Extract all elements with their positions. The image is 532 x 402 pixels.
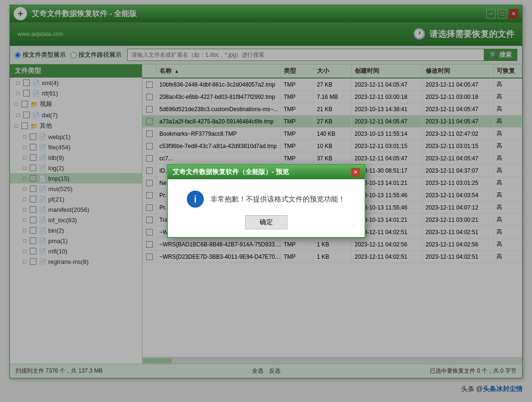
dialog-body: i 非常抱歉！不提供该格式文件的预览功能！ 确定 — [168, 179, 365, 237]
dialog-title-bar: 艾奇文件数据恢复软件（全能版）- 预览 ✕ — [168, 165, 365, 179]
dialog-overlay[interactable]: 艾奇文件数据恢复软件（全能版）- 预览 ✕ i 非常抱歉！不提供该格式文件的预览… — [0, 0, 532, 402]
dialog-ok-button[interactable]: 确定 — [245, 215, 288, 229]
dialog-title: 艾奇文件数据恢复软件（全能版）- 预览 — [173, 168, 289, 176]
preview-dialog: 艾奇文件数据恢复软件（全能版）- 预览 ✕ i 非常抱歉！不提供该格式文件的预览… — [167, 164, 366, 238]
dialog-close-button[interactable]: ✕ — [351, 168, 360, 176]
dialog-icon-row: i 非常抱歉！不提供该格式文件的预览功能！ — [187, 191, 345, 208]
dialog-message: 非常抱歉！不提供该格式文件的预览功能！ — [210, 195, 345, 204]
info-icon: i — [187, 191, 204, 208]
